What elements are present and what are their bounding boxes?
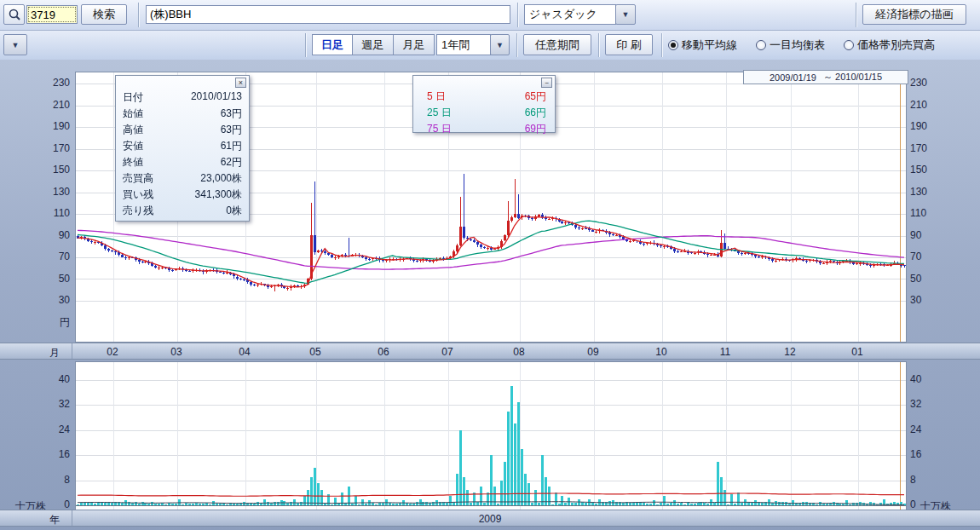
volume-axis-label: 16 [910, 448, 937, 460]
volume-axis-label: 8 [43, 474, 70, 486]
radio-ichimoku[interactable]: 一目均衡表 [756, 37, 825, 53]
date-range-box: 2009/01/19 ～ 2010/01/15 [743, 70, 908, 84]
chevron-down-icon: ▼ [496, 41, 504, 49]
price-axis-label: 130 [43, 186, 70, 198]
month-label: 11 [714, 346, 736, 358]
volume-axis-label: 40 [43, 373, 70, 385]
radio-label: 価格帯別売買高 [857, 37, 935, 53]
draw-economic-indicator-button[interactable]: 経済指標の描画 [862, 4, 966, 25]
tab-weekly[interactable]: 週足 [353, 34, 394, 55]
radio-price-band-volume[interactable]: 価格帯別売買高 [844, 37, 935, 53]
month-label: 12 [779, 346, 801, 358]
legend-value: 69円 [525, 122, 546, 136]
month-label: 06 [372, 346, 395, 358]
quote-info-box: × 日付2010/01/13始値63円高値63円安値61円終値62円売買高23,… [115, 75, 250, 222]
print-button-label: 印 刷 [616, 37, 642, 53]
price-axis-label: 230 [43, 77, 70, 89]
minimize-icon[interactable]: － [541, 78, 552, 88]
month-label: 10 [650, 346, 672, 358]
price-axis-label: 130 [910, 186, 937, 198]
legend-value: 66円 [525, 106, 546, 120]
volume-chart-canvas[interactable] [75, 361, 907, 510]
search-icon-button[interactable] [3, 4, 25, 25]
stock-code-input[interactable] [26, 5, 78, 24]
search-button[interactable]: 検索 [81, 4, 127, 25]
quote-info-rows: 日付2010/01/13始値63円高値63円安値61円終値62円売買高23,00… [116, 76, 249, 219]
info-label: 安値 [123, 139, 143, 153]
side-dropdown-button[interactable]: ▼ [3, 34, 27, 55]
chart-region: 23021019017015013011090705030 2302101901… [0, 60, 980, 530]
chevron-down-icon: ▼ [12, 41, 20, 49]
period-select-arrow[interactable]: ▼ [490, 34, 510, 55]
print-button[interactable]: 印 刷 [605, 34, 653, 55]
volume-axis-label: 8 [910, 474, 937, 486]
info-value: 2010/01/13 [191, 90, 242, 105]
tab-daily[interactable]: 日足 [312, 34, 353, 55]
ma-legend-box: － 5 日65円25 日66円75 日69円 [412, 75, 556, 133]
price-axis-label: 150 [43, 164, 70, 176]
price-axis-label: 170 [910, 142, 937, 154]
radio-label: 一目均衡表 [770, 37, 825, 53]
price-axis-label: 150 [910, 164, 937, 176]
info-label: 始値 [123, 107, 143, 121]
info-value: 62円 [221, 155, 242, 170]
market-select-text: ジャスダック [529, 7, 597, 22]
info-value: 0株 [226, 204, 242, 218]
info-row: 売り残0株 [116, 203, 249, 219]
legend-row: 25 日66円 [413, 105, 555, 121]
market-select-arrow[interactable]: ▼ [615, 4, 636, 25]
legend-row: 75 日69円 [413, 121, 555, 137]
info-value: 341,300株 [195, 187, 242, 202]
stock-name-input[interactable] [146, 5, 510, 24]
year-value-label: 2009 [75, 513, 905, 525]
overlay-radio-group: 移動平均線一目均衡表価格帯別売買高 [668, 31, 935, 60]
close-icon[interactable]: × [235, 78, 246, 88]
price-axis-label: 30 [43, 294, 70, 306]
custom-period-label: 任意期間 [535, 37, 579, 53]
tab-monthly[interactable]: 月足 [394, 34, 435, 55]
month-label: 09 [582, 346, 604, 358]
month-label: 04 [233, 346, 256, 358]
price-axis-label: 70 [43, 251, 70, 262]
info-row: 終値62円 [116, 154, 249, 170]
month-label: 03 [165, 346, 187, 358]
stock-chart-app: 検索 ジャスダック ▼ 経済指標の描画 ▼ 日足週足月足 1年間 ▼ 任意期間 … [0, 0, 980, 530]
price-axis-label: 210 [910, 99, 937, 111]
radio-label: 移動平均線 [682, 37, 737, 53]
market-select-value[interactable]: ジャスダック [524, 4, 616, 25]
info-row: 安値61円 [116, 138, 249, 154]
price-axis-label: 90 [910, 229, 937, 241]
price-axis-label: 110 [43, 207, 70, 219]
volume-axis-label: 16 [43, 448, 70, 460]
axis-cell-divider [72, 510, 72, 526]
ma-legend-rows: 5 日65円25 日66円75 日69円 [413, 76, 555, 137]
info-row: 売買高23,000株 [116, 170, 249, 187]
radio-icon [844, 40, 854, 50]
month-label: 08 [508, 346, 530, 358]
info-label: 売り残 [123, 204, 153, 218]
search-button-label: 検索 [93, 7, 115, 22]
info-value: 61円 [221, 139, 242, 153]
radio-moving-average[interactable]: 移動平均線 [668, 37, 737, 53]
draw-economic-indicator-label: 経済指標の描画 [875, 7, 953, 22]
volume-axis-label: 24 [43, 423, 70, 435]
price-unit-label: 円 [43, 315, 70, 330]
month-axis-title: 月 [49, 346, 60, 360]
month-axis-bar: 月 020304050607080910111201 [0, 343, 980, 360]
legend-row: 5 日65円 [413, 89, 555, 105]
price-axis-label: 90 [43, 229, 70, 241]
period-select-value[interactable]: 1年間 [436, 34, 491, 55]
period-select-text: 1年間 [441, 37, 470, 53]
info-label: 高値 [123, 123, 143, 137]
volume-axis-label: 32 [43, 398, 70, 410]
info-row: 買い残341,300株 [116, 187, 249, 203]
chart-type-tabs: 日足週足月足 [312, 34, 435, 55]
radio-icon [668, 40, 678, 50]
month-label: 05 [304, 346, 326, 358]
custom-period-button[interactable]: 任意期間 [523, 34, 591, 55]
toolbar-top: 検索 ジャスダック ▼ 経済指標の描画 [0, 0, 980, 31]
info-label: 日付 [123, 90, 143, 105]
price-axis-label: 190 [910, 120, 937, 132]
year-axis-bar: 年 2009 [0, 510, 980, 527]
volume-axis-label: 24 [910, 423, 937, 435]
